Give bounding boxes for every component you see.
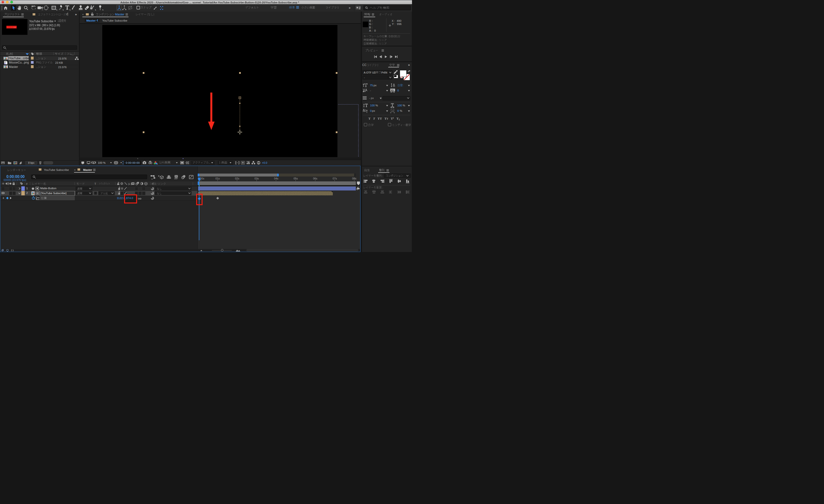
svg-text:a: a bbox=[365, 109, 366, 111]
svg-text:+0.0: +0.0 bbox=[262, 161, 267, 164]
svg-text:#: # bbox=[26, 182, 28, 185]
svg-text:VA: VA bbox=[391, 89, 394, 92]
svg-text:8 bpc: 8 bpc bbox=[28, 161, 34, 164]
svg-text:100 %: 100 % bbox=[98, 161, 105, 164]
svg-text:fx: fx bbox=[128, 182, 130, 185]
svg-text:T: T bbox=[94, 182, 96, 185]
svg-text:PNG: PNG bbox=[4, 63, 6, 64]
